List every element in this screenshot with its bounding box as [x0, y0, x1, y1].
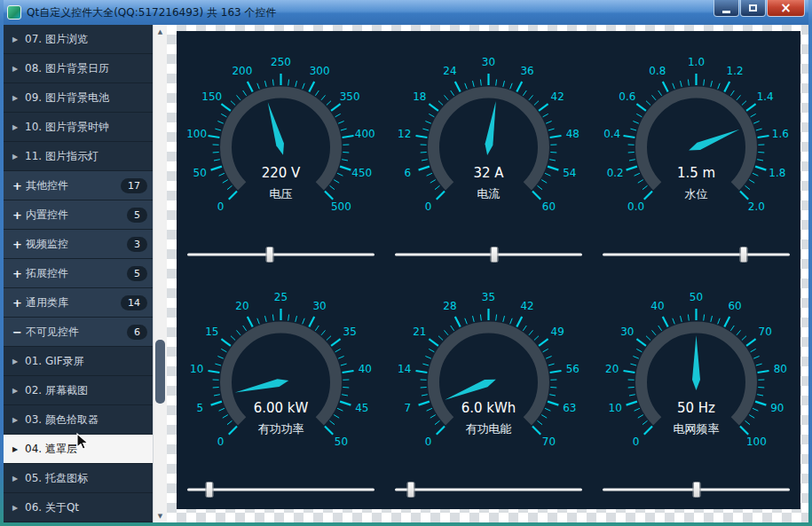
sidebar-item[interactable]: ▶09. 图片背景电池 — [4, 83, 153, 113]
sidebar-item[interactable]: ▶07. 图片浏览 — [4, 25, 153, 54]
tick-label: 450 — [351, 167, 372, 179]
minor-tick — [288, 79, 288, 85]
slider-track[interactable] — [395, 253, 582, 255]
window-controls: × — [713, 0, 808, 17]
tick-label: 12 — [398, 127, 411, 139]
tree-arrow-icon: ▶ — [12, 94, 25, 102]
slider-track[interactable] — [187, 489, 374, 491]
sidebar-item[interactable]: ▶04. 遮罩层 — [4, 435, 153, 464]
slider-handle[interactable] — [491, 247, 499, 263]
minor-tick — [510, 83, 513, 90]
minor-tick — [731, 90, 735, 96]
major-tick — [429, 104, 438, 111]
titlebar: Qt自定义控件大全(QQ:517216493) 共 163 个控件 × — [4, 0, 808, 25]
minor-tick — [236, 331, 240, 335]
minor-tick — [737, 95, 741, 99]
slider-cell — [384, 481, 592, 499]
major-tick — [331, 104, 341, 111]
scroll-up-button[interactable]: ▲ — [154, 25, 167, 38]
gauge-slider[interactable] — [395, 246, 582, 263]
minor-tick — [628, 388, 635, 389]
sidebar-item-label: 01. GIF录屏 — [25, 354, 147, 369]
minimize-button[interactable] — [713, 0, 739, 17]
major-tick — [532, 191, 540, 199]
slider-handle[interactable] — [206, 482, 214, 498]
sidebar-item[interactable]: ▶03. 颜色拾取器 — [4, 405, 153, 435]
sidebar-item[interactable]: +其他控件17 — [4, 171, 153, 200]
major-tick — [419, 402, 430, 405]
minor-tick — [227, 421, 233, 425]
minor-tick — [334, 415, 339, 419]
slider-track[interactable] — [187, 253, 374, 255]
sidebar-item[interactable]: ▶06. 关于Qt — [4, 493, 153, 522]
slider-track[interactable] — [603, 253, 790, 255]
tree-arrow-icon: ▶ — [12, 153, 25, 161]
minor-tick — [549, 395, 556, 396]
sidebar-item[interactable]: −不可见控件6 — [4, 318, 153, 347]
slider-handle[interactable] — [739, 247, 747, 263]
sidebar-item[interactable]: +通用类库14 — [4, 288, 153, 318]
minor-tick — [329, 185, 335, 189]
slider-cell — [177, 481, 384, 499]
scroll-down-button[interactable]: ▼ — [154, 509, 167, 522]
tree-arrow-icon: ▶ — [12, 65, 25, 73]
gauge-dial: 0.00.20.40.60.81.01.21.41.61.82.01.5 m水位 — [596, 52, 796, 221]
minor-tick — [756, 364, 762, 365]
major-tick — [725, 82, 730, 92]
minor-tick — [545, 173, 550, 176]
tick-label: 60 — [729, 300, 742, 312]
gauge-slider[interactable] — [187, 481, 374, 499]
scrollbar-track[interactable] — [154, 38, 167, 509]
major-tick — [437, 191, 445, 199]
gauge-dial: 051015202530354045506.00 kW有功功率 — [181, 287, 381, 456]
slider-handle[interactable] — [407, 482, 415, 498]
maximize-button[interactable] — [740, 0, 766, 17]
gauge-slider[interactable] — [603, 481, 790, 499]
gauge-slider[interactable] — [187, 246, 374, 263]
minor-tick — [343, 152, 349, 153]
minor-tick — [217, 121, 223, 123]
major-tick — [228, 427, 236, 435]
major-tick — [516, 317, 522, 327]
sidebar-item[interactable]: ▶10. 图片背景时钟 — [4, 113, 153, 142]
major-tick — [539, 104, 548, 111]
tick-label: 0 — [217, 436, 224, 449]
expand-plus-icon: + — [12, 179, 26, 192]
tick-label: 40 — [358, 363, 371, 375]
slider-track[interactable] — [395, 489, 582, 491]
major-tick — [455, 82, 461, 92]
count-badge: 17 — [121, 178, 147, 193]
minor-tick — [472, 316, 474, 322]
minor-tick — [480, 315, 481, 321]
sidebar-item[interactable]: ▶11. 图片指示灯 — [4, 142, 153, 171]
slider-cell — [384, 246, 592, 263]
gauge-slider[interactable] — [395, 481, 582, 499]
minor-tick — [750, 415, 755, 419]
tree-arrow-icon: ▶ — [12, 123, 25, 131]
gauge-slider[interactable] — [603, 246, 790, 263]
tree-arrow-icon: ▶ — [12, 416, 25, 424]
minor-tick — [550, 152, 556, 153]
sidebar-item[interactable]: ▶01. GIF录屏 — [4, 347, 153, 376]
close-button[interactable]: × — [767, 0, 805, 17]
sidebar-item[interactable]: +拓展控件5 — [4, 259, 153, 288]
gauge-dial: 050100150200250300350400450500220 V电压 — [181, 52, 381, 221]
minor-tick — [758, 395, 764, 396]
minor-tick — [503, 316, 505, 322]
tick-label: 50 — [334, 436, 347, 449]
count-badge: 5 — [127, 266, 147, 281]
sidebar-item[interactable]: ▶05. 托盘图标 — [4, 464, 153, 493]
count-badge: 3 — [127, 237, 147, 252]
sidebar-item[interactable]: ▶02. 屏幕截图 — [4, 376, 153, 405]
slider-handle[interactable] — [265, 247, 273, 263]
tick-label: 48 — [566, 127, 579, 139]
sidebar-item[interactable]: ▶08. 图片背景日历 — [4, 54, 153, 83]
minor-tick — [451, 326, 454, 331]
sidebar-scrollbar[interactable]: ▲ ▼ — [153, 25, 167, 522]
minor-tick — [231, 100, 235, 105]
sidebar-item[interactable]: +内置控件5 — [4, 200, 153, 230]
sidebar-item[interactable]: +视频监控3 — [4, 230, 153, 259]
scrollbar-thumb[interactable] — [155, 340, 165, 404]
slider-handle[interactable] — [692, 482, 700, 498]
minor-tick — [549, 159, 556, 160]
